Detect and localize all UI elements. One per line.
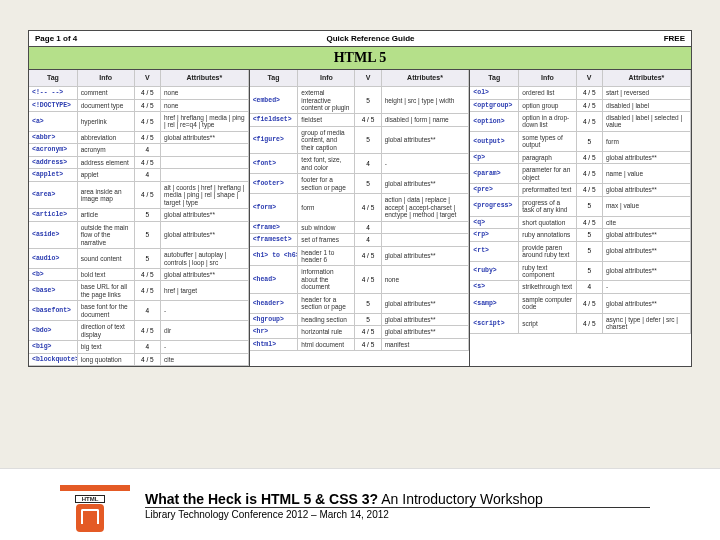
attr-cell: none xyxy=(381,266,469,293)
version-cell: 5 xyxy=(576,241,602,261)
version-cell: 4 xyxy=(355,234,381,246)
version-cell: 5 xyxy=(576,131,602,151)
table-row: <a>hyperlink4 / 5href | hreflang | media… xyxy=(29,111,248,131)
tag-cell: <script> xyxy=(470,313,518,333)
attr-cell xyxy=(160,156,248,168)
info-cell: header for a section or page xyxy=(298,293,355,313)
tag-cell: <abbr> xyxy=(29,131,77,143)
version-cell: 4 / 5 xyxy=(134,269,160,281)
version-cell: 4 xyxy=(134,301,160,321)
version-cell: 4 / 5 xyxy=(576,99,602,111)
table-row: <html>html document4 / 5manifest xyxy=(250,338,469,350)
tag-cell: <embed> xyxy=(250,87,298,114)
tag-cell: <output> xyxy=(470,131,518,151)
info-cell: short quotation xyxy=(519,216,576,228)
doc-type-label: Quick Reference Guide xyxy=(326,34,414,43)
attr-cell: autobuffer | autoplay | controls | loop … xyxy=(160,249,248,269)
tag-cell: <aside> xyxy=(29,221,77,248)
version-cell: 4 xyxy=(134,144,160,156)
table-row: <p>paragraph4 / 5global attributes** xyxy=(470,151,690,163)
version-cell: 4 xyxy=(134,341,160,353)
info-cell: address element xyxy=(77,156,134,168)
tag-cell: <q> xyxy=(470,216,518,228)
tag-cell: <area> xyxy=(29,181,77,208)
table-row: <hr>horizontal rule4 / 5global attribute… xyxy=(250,326,469,338)
accent-bar xyxy=(60,485,130,491)
version-cell: 5 xyxy=(134,249,160,269)
table-row: <head>information about the document4 / … xyxy=(250,266,469,293)
table-row: <rt>provide paren around ruby text5globa… xyxy=(470,241,690,261)
col-header: Tag xyxy=(470,70,518,87)
footer-text: What the Heck is HTML 5 & CSS 3? An Intr… xyxy=(145,491,650,520)
tag-cell: <article> xyxy=(29,209,77,221)
attr-cell: global attributes** xyxy=(160,269,248,281)
table-row: <!-- -->comment4 / 5none xyxy=(29,87,248,99)
info-cell: external interactive content or plugin xyxy=(298,87,355,114)
footer-subtitle: Library Technology Conference 2012 – Mar… xyxy=(145,509,650,520)
shield-icon xyxy=(76,504,104,532)
info-cell: some types of output xyxy=(519,131,576,151)
attr-cell: height | src | type | width xyxy=(381,87,469,114)
table-row: <hgroup>heading section5global attribute… xyxy=(250,313,469,325)
col-header: Attributes* xyxy=(160,70,248,87)
logo-text: HTML xyxy=(75,495,105,503)
info-cell: footer for a section or page xyxy=(298,174,355,194)
info-cell: form xyxy=(298,194,355,221)
version-cell: 4 / 5 xyxy=(134,321,160,341)
info-cell: base font for the document xyxy=(77,301,134,321)
tag-cell: <footer> xyxy=(250,174,298,194)
attr-cell: href | hreflang | media | ping | rel | r… xyxy=(160,111,248,131)
attr-cell: disabled | form | name xyxy=(381,114,469,126)
table-row: <basefont>base font for the document4- xyxy=(29,301,248,321)
price-label: FREE xyxy=(664,34,685,43)
col-header: Attributes* xyxy=(381,70,469,87)
info-cell: script xyxy=(519,313,576,333)
version-cell: 4 / 5 xyxy=(134,281,160,301)
html5-logo: HTML xyxy=(75,495,105,532)
table-row: <blockquote>long quotation4 / 5cite xyxy=(29,353,248,365)
attr-cell: global attributes** xyxy=(160,131,248,143)
info-cell: horizontal rule xyxy=(298,326,355,338)
tag-cell: <progress> xyxy=(470,196,518,216)
info-cell: article xyxy=(77,209,134,221)
version-cell: 4 / 5 xyxy=(355,326,381,338)
tag-cell: <ruby> xyxy=(470,261,518,281)
attr-cell: global attributes** xyxy=(381,293,469,313)
version-cell: 4 xyxy=(134,169,160,181)
version-cell: 4 xyxy=(355,154,381,174)
info-cell: strikethrough text xyxy=(519,281,576,293)
col-header: Info xyxy=(77,70,134,87)
table-row: <footer>footer for a section or page5glo… xyxy=(250,174,469,194)
tag-cell: <figure> xyxy=(250,126,298,153)
table-row: <!DOCTYPE>document type4 / 5none xyxy=(29,99,248,111)
tag-cell: <optgroup> xyxy=(470,99,518,111)
col-header: Info xyxy=(519,70,576,87)
version-cell: 4 / 5 xyxy=(355,338,381,350)
table-col-3: TagInfoVAttributes*<ol>ordered list4 / 5… xyxy=(470,70,691,366)
info-cell: long quotation xyxy=(77,353,134,365)
attr-cell: - xyxy=(160,301,248,321)
attr-cell: dir xyxy=(160,321,248,341)
info-cell: outside the main flow of the narrative xyxy=(77,221,134,248)
tag-cell: <fieldset> xyxy=(250,114,298,126)
table-row: <rp>ruby annotations5global attributes** xyxy=(470,229,690,241)
attr-cell: alt | coords | href | hreflang | media |… xyxy=(160,181,248,208)
attr-cell: global attributes** xyxy=(602,241,690,261)
attr-cell: none xyxy=(160,87,248,99)
info-cell: fieldset xyxy=(298,114,355,126)
version-cell: 4 / 5 xyxy=(134,131,160,143)
version-cell: 4 xyxy=(355,221,381,233)
attr-cell: global attributes** xyxy=(381,326,469,338)
table-row: <optgroup>option group4 / 5disabled | la… xyxy=(470,99,690,111)
tag-cell: <frame> xyxy=(250,221,298,233)
tag-cell: <big> xyxy=(29,341,77,353)
table-header-row: TagInfoVAttributes* xyxy=(250,70,469,87)
attr-cell: none xyxy=(160,99,248,111)
tag-cell: <frameset> xyxy=(250,234,298,246)
tag-cell: <p> xyxy=(470,151,518,163)
table-row: <b>bold text4 / 5global attributes** xyxy=(29,269,248,281)
attr-cell: global attributes** xyxy=(160,221,248,248)
table-row: <big>big text4- xyxy=(29,341,248,353)
info-cell: hyperlink xyxy=(77,111,134,131)
tag-cell: <h1> to <h6> xyxy=(250,246,298,266)
